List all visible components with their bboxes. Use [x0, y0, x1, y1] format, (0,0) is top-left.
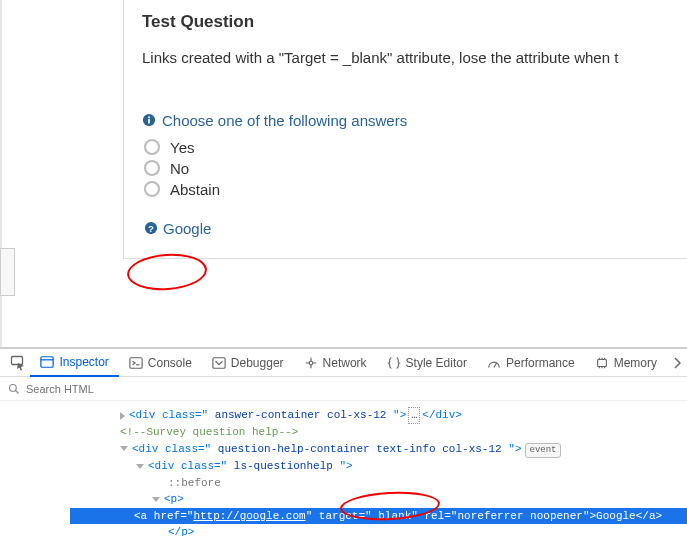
svg-rect-5 — [11, 356, 22, 364]
tab-label: Console — [148, 356, 192, 370]
html-search-bar — [0, 377, 687, 401]
devtools-tabbar: Inspector Console Debugger Network Style… — [0, 349, 687, 377]
collapsed-panel[interactable] — [0, 248, 15, 296]
html-node[interactable]: <div class=" ls-questionhelp "> — [120, 458, 687, 475]
answer-option-abstain[interactable]: Abstain — [144, 181, 669, 198]
svg-rect-10 — [213, 357, 225, 368]
page-content: Test Question Links created with a "Targ… — [0, 0, 687, 347]
svg-rect-6 — [41, 357, 53, 368]
tab-network[interactable]: Network — [294, 349, 377, 376]
question-description: Links created with a "Target = _blank" a… — [142, 48, 669, 68]
tab-memory[interactable]: Memory — [585, 349, 667, 376]
html-node[interactable]: </p> — [120, 524, 687, 536]
tab-debugger[interactable]: Debugger — [202, 349, 294, 376]
tab-console[interactable]: Console — [119, 349, 202, 376]
html-node-selected[interactable]: <a href="http://google.com" target="_bla… — [70, 508, 687, 525]
tab-label: Memory — [614, 356, 657, 370]
choose-answer-hint: Choose one of the following answers — [142, 112, 669, 129]
help-link-google[interactable]: ? Google — [144, 220, 211, 237]
tab-label: Network — [323, 356, 367, 370]
style-editor-icon — [387, 356, 401, 370]
tab-performance[interactable]: Performance — [477, 349, 585, 376]
debugger-icon — [212, 356, 226, 370]
html-node[interactable]: <div class=" question-help-container tex… — [120, 441, 687, 459]
question-circle-icon: ? — [144, 221, 158, 235]
console-icon — [129, 356, 143, 370]
search-icon — [8, 383, 20, 395]
question-container: Test Question Links created with a "Targ… — [123, 0, 687, 259]
svg-point-11 — [309, 361, 313, 365]
radio-icon[interactable] — [144, 160, 160, 176]
tab-label: Performance — [506, 356, 575, 370]
svg-rect-13 — [597, 359, 606, 366]
answer-label: Yes — [170, 139, 194, 156]
tab-label: Style Editor — [406, 356, 467, 370]
html-node[interactable]: <div class=" answer-container col-xs-12 … — [120, 407, 687, 424]
svg-rect-2 — [148, 117, 150, 119]
element-picker-button[interactable] — [6, 349, 30, 376]
pseudo-before[interactable]: ::before — [120, 475, 687, 492]
html-tree[interactable]: <div class=" answer-container col-xs-12 … — [0, 401, 687, 536]
chevron-right-icon — [673, 357, 681, 369]
help-link-label: Google — [163, 220, 211, 237]
event-badge[interactable]: event — [525, 443, 560, 459]
radio-icon[interactable] — [144, 181, 160, 197]
svg-line-12 — [494, 363, 497, 367]
memory-icon — [595, 356, 609, 370]
info-icon — [142, 113, 156, 127]
svg-point-20 — [10, 384, 17, 391]
choose-answer-label: Choose one of the following answers — [162, 112, 407, 129]
tab-label: Inspector — [59, 355, 108, 369]
svg-rect-1 — [148, 119, 150, 123]
devtools-panel: Inspector Console Debugger Network Style… — [0, 347, 687, 536]
svg-text:?: ? — [148, 223, 154, 234]
question-title: Test Question — [142, 12, 669, 32]
answer-option-no[interactable]: No — [144, 160, 669, 177]
answer-label: Abstain — [170, 181, 220, 198]
answer-label: No — [170, 160, 189, 177]
html-node[interactable]: <p> — [120, 491, 687, 508]
element-picker-icon — [10, 355, 26, 371]
tab-label: Debugger — [231, 356, 284, 370]
tab-inspector[interactable]: Inspector — [30, 350, 118, 377]
answer-option-yes[interactable]: Yes — [144, 139, 669, 156]
html-search-input[interactable] — [26, 383, 226, 395]
inspector-icon — [40, 355, 54, 369]
svg-line-21 — [16, 390, 19, 393]
radio-icon[interactable] — [144, 139, 160, 155]
tab-style-editor[interactable]: Style Editor — [377, 349, 477, 376]
performance-icon — [487, 356, 501, 370]
html-comment[interactable]: <!--Survey question help--> — [120, 424, 687, 441]
tab-more[interactable] — [667, 349, 687, 376]
network-icon — [304, 356, 318, 370]
